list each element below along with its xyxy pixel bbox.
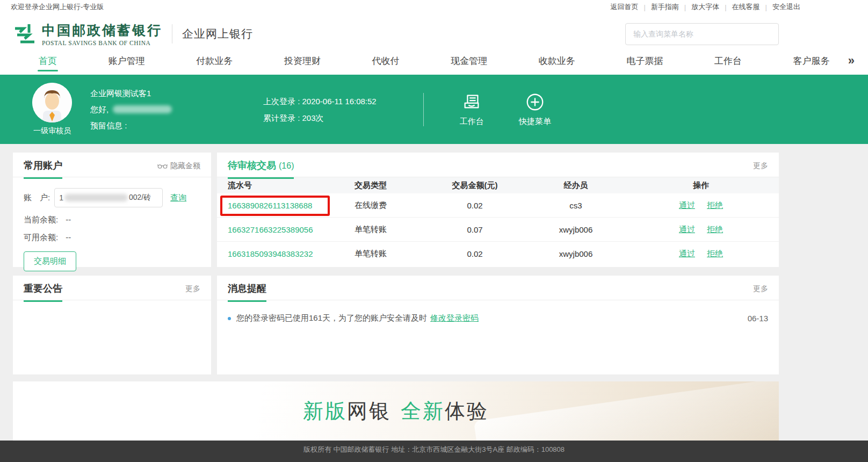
hide-amount-toggle[interactable]: 隐藏金额 [157,161,200,176]
divider: | [643,3,645,11]
pending-panel-title: 待审核交易 (16) [228,159,294,178]
transaction-operator: cs3 [518,201,634,210]
link-beginner-guide[interactable]: 新手指南 [651,2,679,12]
available-balance-row: 可用余额: -- [13,225,211,243]
redacted-user-name [113,105,172,113]
nav-tab-investment[interactable]: 投资理财 [284,55,321,71]
reject-link[interactable]: 拒绝 [707,225,723,234]
right-column: 待审核交易 (16) 更多 流水号 交易类型 交易金额(元) 经办员 操作 16… [217,153,779,374]
available-balance-label: 可用余额: [24,233,58,242]
table-row: 1663185093948383232 单笔转账 0.02 xwyjb006 通… [217,242,779,266]
menu-search [625,23,779,45]
serial-number-link[interactable]: 1663890826113138688 [228,201,312,210]
top-utility-bar: 欢迎登录企业网上银行-专业版 返回首页| 新手指南| 放大字体| 在线客服| 安… [0,0,868,14]
pending-count-badge: (16) [279,161,294,170]
account-label: 账 户: [24,193,50,203]
left-column: 常用账户 隐藏金额 账 户: 1 002/砖 [13,153,211,374]
approve-link[interactable]: 通过 [679,200,695,210]
avatar-block: 一级审核员 [28,83,76,136]
promo-seg-3: 全新 [401,400,445,422]
messages-more-link[interactable]: 更多 [753,284,768,299]
main-nav: 首页 账户管理 付款业务 投资理财 代收付 现金管理 收款业务 电子票据 工作台… [0,54,868,75]
banner-divider [423,93,424,126]
transaction-type: 单笔转账 [355,225,432,235]
divider: | [725,3,726,11]
divider: | [765,3,767,11]
header: 中国邮政储蓄银行 POSTAL SAVINGS BANK OF CHINA 企业… [0,14,868,54]
message-date: 06-13 [748,314,768,323]
red-highlight-annotation [220,196,330,216]
quick-menu-shortcut[interactable]: 快捷菜单 [512,92,558,127]
reject-link[interactable]: 拒绝 [707,200,723,210]
serial-number-link[interactable]: 1663185093948383232 [228,249,313,258]
workbench-shortcut[interactable]: 工作台 [449,92,495,127]
table-row: 1663890826113138688 在线缴费 0.02 cs3 通过 拒绝 [217,193,779,218]
accounts-panel-head: 常用账户 隐藏金额 [13,153,211,177]
link-enlarge-font[interactable]: 放大字体 [691,2,719,12]
transaction-detail-button[interactable]: 交易明细 [24,251,76,271]
serial-number-link[interactable]: 1663271663225389056 [228,225,313,234]
utility-links: 返回首页| 新手指南| 放大字体| 在线客服| 安全退出 [610,2,800,12]
link-safe-logout[interactable]: 安全退出 [772,2,800,12]
notices-more-link[interactable]: 更多 [185,284,200,299]
pending-transactions-panel: 待审核交易 (16) 更多 流水号 交易类型 交易金额(元) 经办员 操作 16… [217,153,779,267]
change-password-link[interactable]: 修改登录密码 [430,313,479,323]
nav-tab-home[interactable]: 首页 [39,55,57,71]
transaction-type: 在线缴费 [355,200,432,211]
transaction-type: 单笔转账 [355,249,432,259]
nav-tab-collection-payment[interactable]: 代收付 [372,55,400,71]
link-home[interactable]: 返回首页 [610,2,638,12]
plus-circle-icon [525,92,545,112]
query-link[interactable]: 查询 [170,193,186,203]
pending-title-text: 待审核交易 [228,160,276,171]
divider: | [684,3,686,11]
quick-menu-label: 快捷菜单 [519,117,551,127]
nav-more-chevron-icon[interactable]: » [848,55,853,67]
account-row: 账 户: 1 002/砖 查询 [13,177,211,207]
bank-logo-icon [13,22,37,46]
nav-tab-payment[interactable]: 付款业务 [196,55,233,71]
nav-tab-workbench[interactable]: 工作台 [714,55,742,71]
col-serial: 流水号 [228,181,355,191]
account-number-suffix: 002/砖 [129,193,151,203]
nav-tab-receivables[interactable]: 收款业务 [539,55,575,71]
promo-banner: 新版网银全新体验 [13,381,779,441]
nav-tabs: 首页 账户管理 付款业务 投资理财 代收付 现金管理 收款业务 电子票据 工作台… [39,55,830,71]
login-info: 上次登录 : 2020-06-11 16:08:52 累计登录 : 203次 [263,93,414,126]
table-row: 1663271663225389056 单笔转账 0.07 xwyjb006 通… [217,218,779,242]
message-reminders-panel: 消息提醒 更多 您的登录密码已使用161天，为了您的账户安全请及时 修改登录密码… [217,276,779,374]
greeting-text: 您好, [90,102,108,118]
approve-link[interactable]: 通过 [679,225,695,234]
available-balance-value: -- [66,233,71,242]
transaction-operator: xwyjb006 [518,225,634,234]
customer-name: 企业网银测试客1 [90,85,225,102]
nav-tab-cash-management[interactable]: 现金管理 [451,55,487,71]
reserved-info-label: 预留信息 : [90,118,225,134]
promo-slogan: 新版网银全新体验 [303,398,489,425]
pending-more-link[interactable]: 更多 [753,161,768,176]
header-divider [172,24,172,44]
footer: 版权所有 中国邮政储蓄银行 地址：北京市西城区金融大街3号A座 邮政编码：100… [0,441,868,462]
menu-search-input[interactable] [625,23,779,45]
link-online-service[interactable]: 在线客服 [732,2,760,12]
current-balance-value: -- [66,215,71,224]
message-text: 您的登录密码已使用161天，为了您的账户安全请及时 [236,313,427,323]
greeting-line: 您好, [90,102,225,118]
nav-tab-e-bills[interactable]: 电子票据 [626,55,663,71]
user-info: 企业网银测试客1 您好, 预留信息 : [90,85,225,134]
nav-tab-account-management[interactable]: 账户管理 [108,55,145,71]
redacted-account-number [64,194,128,201]
approve-link[interactable]: 通过 [679,249,695,258]
user-banner: 一级审核员 企业网银测试客1 您好, 预留信息 : 上次登录 : 2020-06… [0,75,868,144]
reject-link[interactable]: 拒绝 [707,249,723,258]
col-amount: 交易金额(元) [432,181,518,191]
user-role-label: 一级审核员 [33,126,71,136]
account-number-field[interactable]: 1 002/砖 [54,188,163,207]
bank-name-en: POSTAL SAVINGS BANK OF CHINA [42,40,162,46]
nav-tab-customer-service[interactable]: 客户服务 [793,55,830,71]
col-type: 交易类型 [355,181,432,191]
transaction-operator: xwyjb006 [518,249,634,258]
transaction-amount: 0.02 [432,249,518,258]
bank-name-cn: 中国邮政储蓄银行 [42,21,162,39]
table-header-row: 流水号 交易类型 交易金额(元) 经办员 操作 [217,177,779,193]
